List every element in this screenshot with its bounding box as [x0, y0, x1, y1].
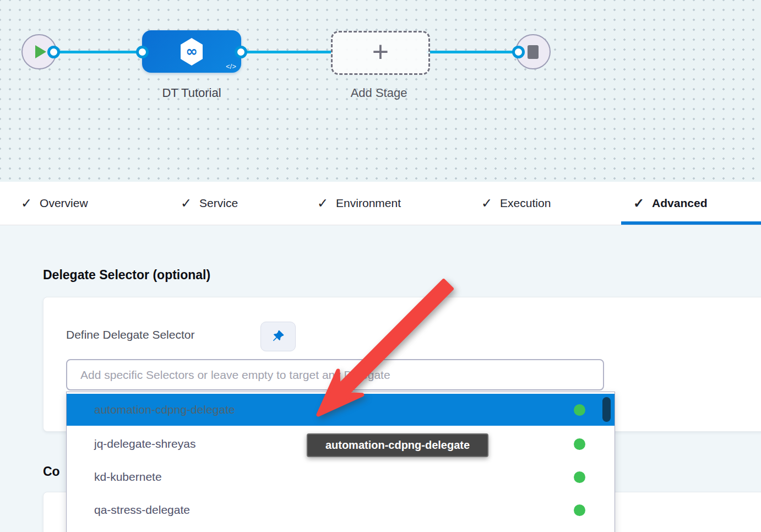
option-label: automation-cdpng-delegate — [94, 403, 235, 416]
pipeline-edge — [427, 51, 518, 53]
option-label: jq-delegate-shreyas — [94, 437, 195, 450]
code-view-icon[interactable]: </> — [226, 62, 236, 70]
stage-config-tabbar: Overview Service Environment Execution A… — [0, 182, 761, 225]
status-dot-icon — [574, 504, 585, 516]
dropdown-option[interactable]: kd-kubernete — [67, 461, 615, 493]
play-icon — [35, 45, 46, 58]
section-heading-partial: Co — [43, 464, 60, 479]
delegate-selector-input[interactable] — [66, 359, 604, 390]
tab-environment[interactable]: Environment — [317, 182, 401, 225]
tab-label: Environment — [336, 197, 401, 210]
svg-text:∞: ∞ — [186, 43, 198, 59]
tab-advanced[interactable]: Advanced — [633, 182, 707, 225]
check-icon — [181, 196, 192, 211]
dropdown-option[interactable]: automation-cdpng-delegate — [67, 394, 615, 426]
tab-label: Advanced — [652, 197, 707, 210]
define-delegate-selector-label: Define Delegate Selector — [66, 328, 194, 341]
status-dot-icon — [574, 438, 585, 450]
edge-connector-dot[interactable] — [47, 46, 60, 58]
pin-icon — [271, 329, 285, 344]
pin-input-type-button[interactable] — [260, 322, 296, 351]
tab-label: Execution — [500, 197, 551, 210]
pipeline-canvas: ∞ </> DT Tutorial + Add Stage — [0, 0, 761, 182]
edge-connector-dot[interactable] — [512, 46, 525, 58]
edge-connector-dot[interactable] — [136, 46, 149, 58]
tooltip: automation-cdpng-delegate — [307, 433, 488, 457]
tab-execution[interactable]: Execution — [481, 182, 551, 225]
add-stage-button[interactable]: + — [331, 31, 430, 75]
active-tab-underline — [621, 221, 761, 225]
pipeline-edge — [53, 51, 143, 53]
edge-connector-dot[interactable] — [235, 46, 247, 58]
option-label: kd-kubernete — [94, 470, 162, 484]
check-icon — [633, 196, 644, 211]
add-stage-label: Add Stage — [331, 86, 427, 100]
tab-label: Overview — [40, 197, 88, 210]
status-dot-icon — [574, 471, 585, 483]
stage-node-dt-tutorial[interactable]: ∞ </> — [142, 30, 241, 73]
check-icon — [21, 196, 32, 211]
dropdown-option[interactable]: qa-stress-delegate — [67, 494, 615, 526]
stage-label: DT Tutorial — [142, 86, 241, 100]
cd-hexagon-infinity-icon: ∞ — [178, 37, 205, 66]
option-label: qa-stress-delegate — [94, 503, 190, 517]
tab-service[interactable]: Service — [181, 182, 238, 225]
check-icon — [481, 196, 492, 211]
tab-label: Service — [199, 197, 238, 210]
status-dot-icon — [574, 404, 585, 416]
advanced-tab-content: Delegate Selector (optional) Define Dele… — [0, 225, 761, 532]
check-icon — [317, 196, 328, 211]
delegate-selector-dropdown: automation-cdpng-delegate jq-delegate-sh… — [66, 392, 615, 532]
section-heading-delegate-selector: Delegate Selector (optional) — [43, 268, 210, 283]
tab-overview[interactable]: Overview — [21, 182, 88, 225]
pipeline-edge — [241, 51, 331, 53]
dropdown-scrollbar-thumb[interactable] — [602, 397, 611, 422]
stop-icon — [528, 45, 539, 59]
